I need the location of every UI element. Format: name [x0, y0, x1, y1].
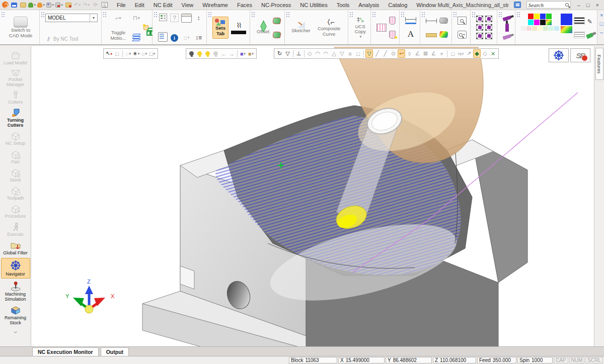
color-swatch-magenta[interactable] [534, 20, 540, 25]
restore-button[interactable]: □ [586, 2, 590, 8]
menu-faces[interactable]: Faces [237, 2, 252, 8]
snap-cross-icon[interactable]: × [438, 49, 445, 58]
color-swatch-black[interactable] [540, 20, 546, 25]
sidebar-item-navigator[interactable]: Navigator [1, 258, 30, 279]
sidebar-item-toolpath[interactable]: Toolpath [1, 185, 30, 202]
select-face-icon[interactable]: ◌▾ [124, 49, 132, 58]
color-swatch-pale-7[interactable] [554, 26, 559, 31]
color-swatch-pale-3[interactable] [532, 26, 537, 31]
snap-line-icon[interactable]: ╱ [373, 49, 381, 58]
sidebar-item-execute[interactable]: Execute [1, 221, 30, 238]
view-cube-icon[interactable]: ■▾ [239, 49, 247, 58]
drag-handle-icon[interactable] [372, 12, 376, 17]
snap-pair-icon[interactable]: ◇ [306, 49, 314, 58]
sketcher-button[interactable]: Sketcher [290, 21, 312, 34]
snap-parallel-icon[interactable]: ◊ [406, 49, 413, 58]
snap-grid-icon[interactable]: □ [449, 49, 457, 58]
gradient-color-swatch[interactable] [561, 26, 572, 33]
drag-handle-icon[interactable] [154, 12, 158, 17]
color-swatch-pale-6[interactable] [549, 26, 554, 31]
surface-flip-icon[interactable] [272, 32, 282, 38]
color-swatch-red[interactable] [528, 14, 534, 19]
export-green-button[interactable]: ▾ [28, 2, 36, 8]
switch-to-cad-mode-button[interactable]: Switch to CAD Mode [6, 16, 36, 39]
sidebar-item-turning-cutters[interactable]: Turning Cutters [1, 107, 30, 129]
features-tab[interactable]: Features [595, 48, 603, 80]
sidebar-item-stock[interactable]: Stock [1, 167, 30, 184]
lamp-tool-icon[interactable]: ⌐● [114, 14, 123, 22]
prev-view-icon[interactable]: ← [220, 49, 228, 58]
snap-angle-icon[interactable]: ∠ [414, 49, 421, 58]
screen-record-button[interactable]: ▾ [55, 2, 63, 8]
drag-handle-icon[interactable] [498, 12, 502, 17]
rotate-view-icon[interactable]: ↻ [276, 49, 283, 58]
export-orange-button[interactable]: ▾ [37, 2, 45, 8]
select-filter-icon[interactable]: ∗▾ [132, 49, 140, 58]
clamp-display-icon-2[interactable] [485, 16, 492, 22]
sidebar-item-load-model[interactable]: Load Model [1, 50, 30, 67]
sets-tab-button[interactable]: Sets Tab [212, 17, 229, 39]
refresh-button[interactable]: ⟳ [92, 2, 99, 8]
machining-3d-scene[interactable]: Z Y X [31, 46, 594, 346]
drag-handle-icon[interactable] [453, 12, 457, 17]
gray-analysis-icon[interactable] [439, 18, 449, 24]
color-swatch-green[interactable] [546, 14, 552, 19]
vertical-dim-icon[interactable]: ↕ [194, 14, 203, 22]
sidebar-item-part[interactable]: Part [1, 149, 30, 166]
sidebar-item-pocket-manager[interactable]: Pocket Manager [1, 68, 30, 88]
menu-catalog[interactable]: Catalog [388, 2, 407, 8]
menu-file[interactable]: File [117, 2, 126, 8]
drag-handle-icon[interactable] [516, 12, 520, 17]
close-button[interactable]: × [596, 2, 599, 8]
drag-handle-icon[interactable] [421, 12, 425, 17]
stock-cube-icon[interactable]: ■▾ [247, 49, 255, 58]
line-style-icon[interactable] [574, 32, 585, 38]
menu-window[interactable]: Window [416, 2, 436, 8]
snap-line2-icon[interactable]: ╱ [382, 49, 389, 58]
ruler-icon[interactable] [426, 33, 437, 37]
toggle-motion-button[interactable]: Toggle Motio... [107, 30, 129, 42]
drag-handle-icon[interactable] [401, 12, 405, 17]
drag-handle-icon[interactable] [286, 12, 290, 17]
snap-mesh-icon[interactable]: ≡ [346, 49, 354, 58]
text-annotation-button[interactable]: A [408, 30, 414, 38]
menu-nc-process[interactable]: NC-Process [261, 2, 291, 8]
tool-holder-display-icon[interactable] [376, 24, 387, 32]
sidebar-item-cutters[interactable]: Cutters [1, 89, 30, 106]
stroke-curves-icon[interactable]: ⌇⌇ [237, 22, 241, 29]
wireframe-motion-icon[interactable] [132, 34, 141, 42]
snap-solid-icon[interactable]: □ [354, 49, 362, 58]
drag-handle-icon[interactable] [41, 12, 45, 17]
doc-close-button[interactable]: × [600, 12, 603, 18]
snap-arc-icon[interactable]: ◠ [322, 49, 330, 58]
color-swatch-pale-4[interactable] [538, 26, 543, 31]
sidebar-item-nc-setup[interactable]: NC Setup [1, 130, 30, 147]
tab-output[interactable]: Output [101, 347, 129, 356]
help-icon[interactable]: ? [170, 14, 179, 22]
color-swatch-rainbow[interactable] [546, 20, 552, 25]
axis-snap-icon[interactable]: ⊥ [295, 49, 303, 58]
snap-curve-icon[interactable]: ↩ [398, 49, 405, 58]
clamp-display-icon-3[interactable] [476, 24, 483, 31]
window-layout-button[interactable] [181, 14, 192, 23]
linear-dimension-icon[interactable] [405, 17, 416, 22]
by-nc-tool-label[interactable]: By NC Tool [53, 36, 79, 42]
minimize-button[interactable]: – [577, 2, 580, 8]
undo-button[interactable]: ↶▾ [73, 2, 81, 8]
color-swatch-pale-5[interactable] [543, 26, 548, 31]
clamp-display-icon-1[interactable] [476, 16, 483, 22]
next-view-icon[interactable]: → [228, 49, 236, 58]
lamp-on2-icon[interactable] [204, 49, 211, 58]
drag-handle-icon[interactable] [472, 12, 476, 17]
feature-list-button[interactable] [101, 2, 108, 8]
color-swatch-yellow[interactable] [534, 14, 540, 19]
snap-points-icon[interactable]: ◆ [473, 49, 481, 58]
select-box-icon[interactable]: ◌▾ [140, 49, 148, 58]
current-color-swatch[interactable] [561, 14, 572, 25]
lamp-disabled-icon[interactable] [212, 49, 219, 58]
sidebar-item-global-filter[interactable]: Global Filter [1, 239, 30, 257]
shaded-display-button[interactable] [143, 25, 148, 30]
color-swatch-cyan[interactable] [528, 20, 534, 25]
redo-button[interactable]: ↷▾ [83, 2, 90, 8]
brush-icon[interactable] [586, 32, 594, 39]
